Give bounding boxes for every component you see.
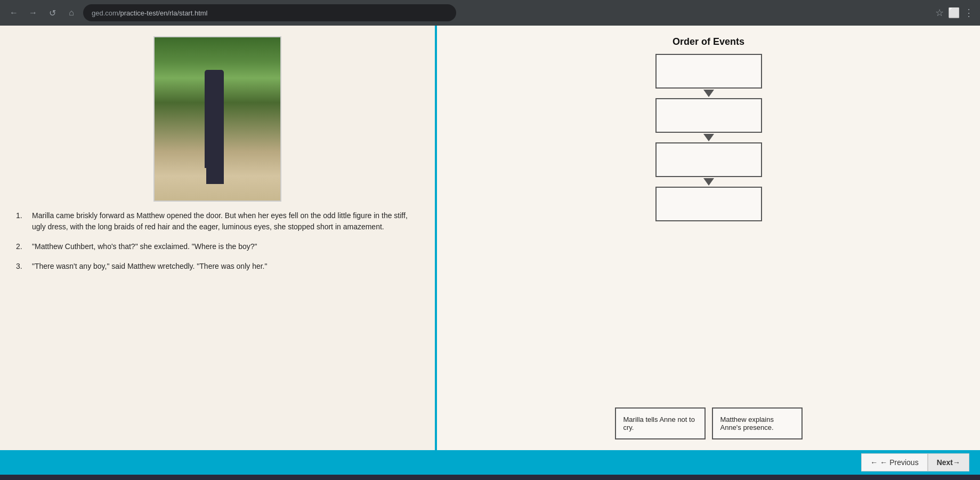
main-area: 1. Marilla came briskly forward as Matth…: [0, 26, 980, 450]
passage-image: [153, 36, 281, 202]
flow-arrow-1: [703, 90, 714, 97]
url-prefix: ged.com: [92, 9, 118, 17]
prev-arrow-icon: ←: [870, 458, 878, 467]
item-text-1: Marilla came briskly forward as Matthew …: [32, 210, 419, 233]
options-row: Marilla tells Anne not to cry. Matthew e…: [453, 407, 964, 439]
option-label-1: Marilla tells Anne not to cry.: [623, 415, 697, 431]
option-marilla-tells-anne[interactable]: Marilla tells Anne not to cry.: [615, 407, 706, 439]
item-text-2: "Matthew Cuthbert, who's that?" she excl…: [32, 241, 257, 252]
taskbar: Desk 1 ＋ ⬤ 🌐 ▶ f zoom 🎤 ⊙ US ⬜ 🔊 Nov 11 …: [0, 475, 980, 480]
option-label-2: Matthew explains Anne's presence.: [720, 415, 794, 431]
left-panel: 1. Marilla came briskly forward as Matth…: [0, 26, 437, 450]
flow-box-4[interactable]: [655, 187, 762, 221]
browser-chrome: ← → ↺ ⌂ ged.com /practice-test/en/rla/st…: [0, 0, 980, 26]
item-text-3: "There wasn't any boy," said Matthew wre…: [32, 261, 267, 272]
right-panel: Order of Events Marilla tells Anne not t…: [437, 26, 980, 450]
reload-button[interactable]: ↺: [45, 5, 60, 20]
forward-button[interactable]: →: [26, 5, 41, 20]
next-button[interactable]: Next→: [928, 453, 969, 471]
next-label: Next→: [937, 458, 960, 467]
option-matthew-explains[interactable]: Matthew explains Anne's presence.: [712, 407, 803, 439]
menu-icon[interactable]: ⋮: [964, 7, 974, 19]
previous-label: ← Previous: [880, 458, 918, 467]
flow-box-2[interactable]: [655, 98, 762, 133]
flow-arrow-2: [703, 134, 714, 141]
item-number-2: 2.: [16, 241, 27, 252]
address-bar[interactable]: ged.com /practice-test/en/rla/start.html: [83, 4, 456, 21]
previous-button[interactable]: ← ← Previous: [861, 453, 927, 471]
passage-text: 1. Marilla came briskly forward as Matth…: [16, 210, 419, 281]
home-button[interactable]: ⌂: [64, 5, 79, 20]
nav-bar: ← ← Previous Next→: [0, 450, 980, 475]
cast-icon[interactable]: ⬜: [948, 7, 960, 19]
back-button[interactable]: ←: [6, 5, 21, 20]
passage-item-3: 3. "There wasn't any boy," said Matthew …: [16, 261, 419, 272]
flow-box-1[interactable]: [655, 54, 762, 89]
passage-item-2: 2. "Matthew Cuthbert, who's that?" she e…: [16, 241, 419, 252]
chrome-actions: ☆ ⬜ ⋮: [935, 7, 974, 19]
flow-box-3[interactable]: [655, 142, 762, 177]
flow-container: [655, 54, 762, 399]
item-number-3: 3.: [16, 261, 27, 272]
item-number-1: 1.: [16, 210, 27, 233]
order-events-title: Order of Events: [673, 36, 744, 47]
bookmark-icon[interactable]: ☆: [935, 7, 944, 19]
flow-arrow-3: [703, 178, 714, 186]
url-path: /practice-test/en/rla/start.html: [118, 9, 208, 17]
passage-item-1: 1. Marilla came briskly forward as Matth…: [16, 210, 419, 233]
